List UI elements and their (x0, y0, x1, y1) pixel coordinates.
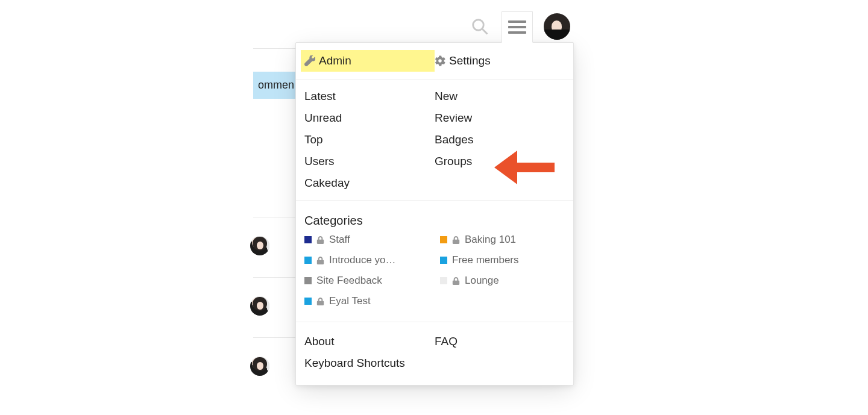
category-color-swatch (440, 236, 447, 243)
category-color-swatch (304, 298, 312, 305)
category-label: Site Feedback (316, 275, 382, 287)
category-label: Free members (452, 254, 519, 266)
category-label: Eyal Test (329, 295, 371, 307)
menu-latest[interactable]: Latest (304, 86, 435, 107)
row-separator (253, 277, 295, 278)
category-color-swatch (440, 277, 447, 284)
menu-review[interactable]: Review (435, 107, 565, 129)
lock-icon (452, 236, 460, 244)
menu-top[interactable]: Top (304, 129, 435, 151)
category-free-members[interactable]: Free members (440, 254, 565, 266)
category-lounge[interactable]: Lounge (440, 275, 565, 287)
menu-admin[interactable]: Admin (301, 50, 435, 72)
category-label: Staff (329, 234, 350, 246)
category-site-feedback[interactable]: Site Feedback (304, 275, 429, 287)
menu-faq[interactable]: FAQ (435, 331, 565, 352)
menu-badges[interactable]: Badges (435, 129, 565, 151)
menu-cakeday[interactable]: Cakeday (304, 172, 435, 194)
hamburger-menu-button[interactable] (502, 11, 533, 43)
categories-heading: Categories (304, 207, 565, 234)
svg-line-1 (482, 29, 488, 34)
footer-links: About Keyboard Shortcuts FAQ (296, 322, 573, 385)
svg-point-0 (473, 20, 484, 31)
gear-icon (435, 55, 445, 66)
category-introduce-yo[interactable]: Introduce yo… (304, 254, 429, 266)
hamburger-icon (508, 20, 526, 34)
menu-users[interactable]: Users (304, 151, 435, 172)
header-controls (464, 11, 570, 42)
row-separator (253, 217, 295, 217)
menu-about[interactable]: About (304, 331, 435, 352)
category-color-swatch (304, 257, 312, 264)
lock-icon (316, 257, 324, 264)
category-eyal-test[interactable]: Eyal Test (304, 295, 429, 307)
category-color-swatch (440, 257, 447, 264)
menu-unread[interactable]: Unread (304, 107, 435, 129)
lock-icon (316, 298, 324, 305)
menu-settings-label: Settings (449, 54, 491, 67)
lock-icon (316, 236, 324, 244)
topic-avatar (250, 236, 269, 255)
annotation-arrow (494, 148, 555, 189)
arrow-left-icon (494, 148, 555, 187)
lock-icon (452, 277, 460, 285)
menu-keyboard-shortcuts[interactable]: Keyboard Shortcuts (304, 352, 435, 374)
category-label: Baking 101 (465, 234, 516, 246)
menu-settings[interactable]: Settings (435, 50, 565, 72)
category-label: Introduce yo… (329, 254, 396, 266)
category-color-swatch (304, 277, 312, 284)
menu-new[interactable]: New (435, 86, 565, 107)
search-button[interactable] (464, 11, 495, 42)
category-color-swatch (304, 236, 312, 243)
topic-avatar (250, 296, 269, 316)
category-label: Lounge (465, 275, 499, 287)
wrench-icon (304, 55, 315, 66)
row-separator (253, 337, 295, 338)
search-icon (471, 17, 489, 36)
menu-admin-label: Admin (319, 54, 351, 67)
categories-section: Categories StaffIntroduce yo…Site Feedba… (296, 201, 573, 322)
hamburger-dropdown: Admin Settings Latest Unread Top Users C… (295, 42, 574, 385)
topic-avatar (250, 357, 269, 376)
current-user-avatar[interactable] (544, 13, 570, 40)
category-baking-101[interactable]: Baking 101 (440, 234, 565, 246)
category-staff[interactable]: Staff (304, 234, 429, 246)
